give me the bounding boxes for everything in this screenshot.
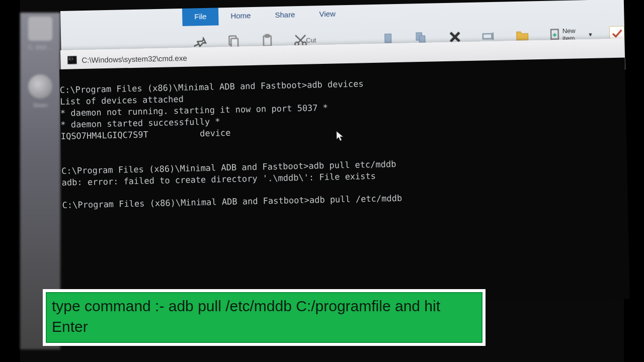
tab-share[interactable]: Share xyxy=(263,6,307,25)
desktop-icon-generic[interactable] xyxy=(28,17,52,41)
tab-file[interactable]: File xyxy=(182,8,219,26)
svg-rect-9 xyxy=(483,34,492,39)
cmd-line: C:\Program Files (x86)\Minimal ADB and F… xyxy=(60,78,364,95)
svg-rect-1 xyxy=(231,38,238,47)
desktop-icon-steam[interactable] xyxy=(28,74,52,99)
instruction-text: type command :- adb pull /etc/mddb C:/pr… xyxy=(46,292,482,343)
cmd-line: List of devices attached xyxy=(60,94,184,107)
tab-view[interactable]: View xyxy=(307,5,348,24)
cmd-line: IQSO7HM4LGIQC7S9T device xyxy=(61,128,231,141)
desktop-label-steam: Steam xyxy=(20,103,60,108)
cmd-line: C:\Program Files (x86)\Minimal ADB and F… xyxy=(62,193,402,210)
cmd-line: * daemon started successfully * xyxy=(60,116,220,130)
cmd-title-text: C:\Windows\system32\cmd.exe xyxy=(82,53,187,64)
chevron-down-icon: ▾ xyxy=(589,30,592,38)
desktop-label: C. 1910 ... xyxy=(20,45,60,50)
cut-label: Cut xyxy=(306,36,316,44)
instruction-overlay: type command :- adb pull /etc/mddb C:/pr… xyxy=(43,289,486,346)
letterbox-left xyxy=(0,0,20,362)
tab-home[interactable]: Home xyxy=(218,7,263,26)
cmd-output-area[interactable]: C:\Program Files (x86)\Minimal ADB and F… xyxy=(59,57,630,310)
svg-rect-6 xyxy=(384,34,391,43)
cmd-icon xyxy=(67,56,76,64)
